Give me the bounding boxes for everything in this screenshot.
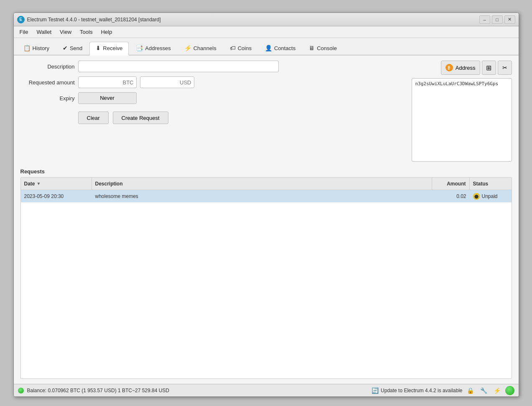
menu-view[interactable]: View (56, 27, 76, 37)
tab-console[interactable]: 🖥 Console (303, 42, 343, 55)
clear-button[interactable]: Clear (78, 112, 109, 124)
description-label: Description (20, 63, 75, 70)
console-icon: 🖥 (309, 45, 315, 51)
top-section: Description Requested amount Expiry Neve… (20, 61, 512, 162)
right-panel: ₿ Address ⊞ ✂ n3g2sUwiXLuLaUrC3DWawLSPTy… (412, 61, 512, 162)
action-buttons: Clear Create Request (20, 112, 405, 124)
settings-button[interactable]: ✂ (498, 61, 512, 75)
menu-tools[interactable]: Tools (76, 27, 97, 37)
update-icon: 🔄 (372, 387, 379, 394)
tab-coins-label: Coins (238, 45, 252, 51)
tab-receive-label: Receive (103, 45, 122, 51)
expiry-button[interactable]: Never (78, 92, 137, 104)
menu-help[interactable]: Help (97, 27, 116, 37)
tab-contacts-label: Contacts (274, 45, 295, 51)
window-title: Electrum Testnet 4.4.0 - testnet_wallet_… (27, 17, 161, 23)
tab-contacts[interactable]: 👤 Contacts (259, 42, 302, 55)
contacts-icon: 👤 (265, 45, 272, 51)
address-button[interactable]: ₿ Address (441, 61, 480, 75)
th-status[interactable]: Status (470, 178, 512, 190)
requests-table: Date ▼ Description Amount Status 2 (20, 177, 512, 379)
wrench-icon: ✂ (502, 64, 507, 71)
tools-button[interactable]: 🔧 (479, 386, 489, 395)
requests-title: Requests (20, 168, 512, 175)
row-status: ⬤ Unpaid (470, 190, 512, 202)
row-description: wholesome memes (92, 190, 432, 202)
tab-receive[interactable]: ⬇ Receive (89, 42, 129, 56)
btc-amount-input[interactable] (78, 76, 137, 88)
title-bar: E Electrum Testnet 4.4.0 - testnet_walle… (14, 13, 519, 26)
app-icon: E (17, 16, 25, 23)
status-right: 🔄 Update to Electrum 4.4.2 is available … (372, 386, 514, 395)
address-button-label: Address (456, 65, 476, 71)
qr-icon: ⊞ (486, 64, 491, 72)
minimize-button[interactable]: – (479, 15, 490, 24)
create-request-button[interactable]: Create Request (113, 112, 168, 124)
expiry-row: Expiry Never (20, 92, 405, 104)
bitcoin-icon: ₿ (445, 64, 453, 71)
tab-bar: 📋 History ✔ Send ⬇ Receive 📑 Addresses ⚡… (14, 38, 519, 56)
th-date[interactable]: Date ▼ (21, 178, 92, 190)
tab-channels-label: Channels (193, 45, 216, 51)
menu-bar: File Wallet View Tools Help (14, 26, 519, 38)
description-row: Description (20, 61, 405, 72)
table-header: Date ▼ Description Amount Status (21, 178, 512, 190)
tab-console-label: Console (317, 45, 337, 51)
tab-addresses-label: Addresses (145, 45, 171, 51)
address-display: n3g2sUwiXLuLaUrC3DWawLSPTy6Gps (412, 78, 512, 162)
status-circle[interactable] (505, 386, 514, 395)
address-value: n3g2sUwiXLuLaUrC3DWawLSPTy6Gps (415, 81, 499, 86)
sort-arrow-icon: ▼ (37, 181, 41, 186)
coins-icon: 🏷 (230, 45, 236, 51)
status-coin-icon: ⬤ (473, 193, 480, 200)
tab-channels[interactable]: ⚡ Channels (178, 42, 223, 55)
table-row[interactable]: 2023-05-09 20:30 wholesome memes 0.02 ⬤ … (21, 190, 512, 203)
menu-file[interactable]: File (15, 27, 33, 37)
row-status-text: Unpaid (482, 193, 498, 199)
table-body: 2023-05-09 20:30 wholesome memes 0.02 ⬤ … (21, 190, 512, 378)
tab-send[interactable]: ✔ Send (56, 42, 89, 55)
tab-send-label: Send (70, 45, 82, 51)
connection-status-icon (18, 388, 24, 393)
lightning-button[interactable]: ⚡ (492, 386, 503, 395)
balance-text: Balance: 0.070962 BTC (1 953.57 USD) 1 B… (27, 388, 369, 393)
addresses-icon: 📑 (136, 45, 143, 51)
content-area: Description Requested amount Expiry Neve… (14, 56, 519, 384)
receive-icon: ⬇ (96, 45, 101, 51)
requests-section: Requests Date ▼ Description Amount Statu… (20, 168, 512, 379)
update-text: Update to Electrum 4.4.2 is available (381, 388, 462, 393)
th-amount[interactable]: Amount (432, 178, 470, 190)
th-description[interactable]: Description (92, 178, 432, 190)
requested-amount-label: Requested amount (20, 79, 75, 86)
form-area: Description Requested amount Expiry Neve… (20, 61, 405, 162)
menu-wallet[interactable]: Wallet (32, 27, 56, 37)
update-notice: 🔄 Update to Electrum 4.4.2 is available (372, 387, 462, 394)
tab-history-label: History (33, 45, 49, 51)
maximize-button[interactable]: □ (492, 15, 503, 24)
tab-coins[interactable]: 🏷 Coins (224, 42, 258, 55)
history-icon: 📋 (23, 45, 31, 51)
tab-history[interactable]: 📋 History (17, 42, 56, 55)
usd-amount-input[interactable] (140, 76, 194, 88)
status-bar: Balance: 0.070962 BTC (1 953.57 USD) 1 B… (14, 384, 519, 396)
lock-button[interactable]: 🔒 (465, 386, 476, 395)
row-amount: 0.02 (432, 190, 470, 202)
description-input[interactable] (78, 61, 279, 72)
requested-amount-row: Requested amount (20, 76, 405, 88)
expiry-label: Expiry (20, 95, 75, 102)
close-button[interactable]: ✕ (504, 15, 515, 24)
right-panel-toolbar: ₿ Address ⊞ ✂ (412, 61, 512, 75)
send-icon: ✔ (63, 45, 68, 51)
row-date: 2023-05-09 20:30 (21, 190, 92, 202)
qr-code-button[interactable]: ⊞ (482, 61, 496, 75)
tab-addresses[interactable]: 📑 Addresses (130, 42, 177, 55)
channels-icon: ⚡ (184, 45, 191, 51)
